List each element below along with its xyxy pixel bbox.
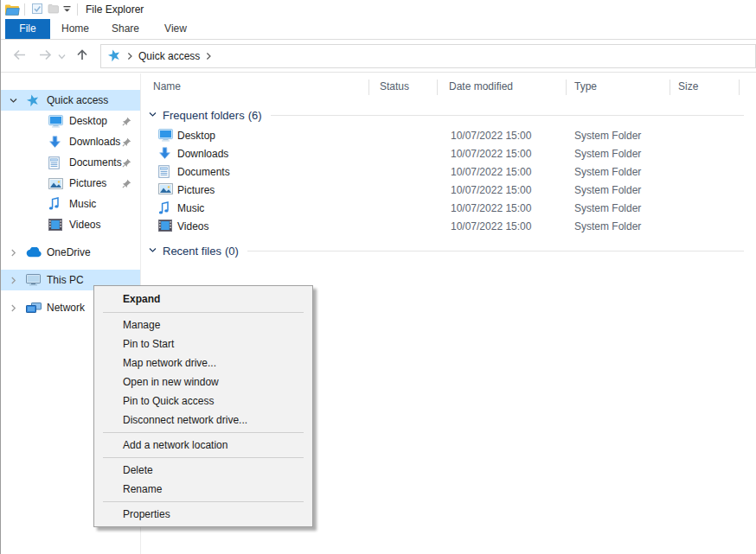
group-label: Recent files bbox=[163, 245, 221, 258]
file-row-downloads[interactable]: Downloads10/07/2022 15:00System Folder bbox=[141, 145, 756, 163]
sidebar-item-quick-access[interactable]: Quick access bbox=[1, 90, 140, 111]
sidebar-item-label: OneDrive bbox=[47, 246, 91, 258]
menu-item-disconnect-network-drive[interactable]: Disconnect network drive... bbox=[94, 411, 312, 430]
history-dropdown-icon bbox=[58, 50, 66, 62]
file-date-modified: 10/07/2022 15:00 bbox=[451, 220, 531, 232]
sidebar-item-label: Music bbox=[69, 198, 96, 210]
sidebar-item-downloads[interactable]: Downloads bbox=[1, 131, 140, 152]
tab-file[interactable]: File bbox=[5, 19, 50, 39]
file-type: System Folder bbox=[574, 202, 641, 214]
downloads-icon bbox=[158, 147, 171, 162]
file-rows: Desktop10/07/2022 15:00System FolderDown… bbox=[141, 127, 756, 236]
back-button[interactable] bbox=[11, 48, 27, 64]
new-folder-icon bbox=[48, 3, 59, 16]
properties-check-icon bbox=[31, 3, 43, 17]
recent-locations-button[interactable] bbox=[56, 50, 67, 62]
group-header-frequent-folders[interactable]: Frequent folders (6) bbox=[141, 107, 756, 123]
sidebar-item-documents[interactable]: Documents bbox=[1, 152, 140, 173]
menu-item-rename[interactable]: Rename bbox=[94, 480, 312, 499]
column-separator[interactable] bbox=[437, 80, 438, 95]
desktop-icon bbox=[48, 115, 65, 128]
context-menu: ExpandManagePin to StartMap network driv… bbox=[93, 285, 313, 527]
menu-item-pin-to-start[interactable]: Pin to Start bbox=[94, 334, 312, 353]
file-name: Pictures bbox=[177, 184, 215, 196]
column-header-type[interactable]: Type bbox=[574, 80, 597, 92]
quick-access-star-icon bbox=[26, 93, 42, 107]
menu-separator bbox=[103, 312, 304, 313]
forward-button[interactable] bbox=[37, 48, 53, 64]
up-button[interactable] bbox=[74, 48, 90, 64]
column-separator[interactable] bbox=[566, 80, 567, 95]
file-type: System Folder bbox=[574, 220, 641, 232]
navigation-bar: Quick access bbox=[1, 41, 756, 73]
videos-icon bbox=[48, 219, 65, 231]
menu-item-expand[interactable]: Expand bbox=[94, 289, 312, 309]
sidebar-item-label: Documents bbox=[69, 156, 122, 169]
breadcrumb-chevron-icon[interactable] bbox=[205, 52, 212, 60]
sidebar-item-pictures[interactable]: Pictures bbox=[1, 173, 140, 194]
file-row-desktop[interactable]: Desktop10/07/2022 15:00System Folder bbox=[141, 127, 756, 145]
breadcrumb-quick-access[interactable]: Quick access bbox=[138, 50, 200, 62]
sidebar-item-onedrive[interactable]: OneDrive bbox=[1, 242, 140, 263]
column-header-size[interactable]: Size bbox=[678, 80, 698, 92]
column-header-date-modified[interactable]: Date modified bbox=[449, 80, 513, 92]
pin-icon bbox=[122, 137, 131, 147]
tab-share[interactable]: Share bbox=[100, 19, 151, 39]
file-row-videos[interactable]: Videos10/07/2022 15:00System Folder bbox=[141, 218, 756, 236]
sidebar-item-label: Desktop bbox=[69, 115, 107, 127]
sidebar-item-label: Pictures bbox=[69, 177, 106, 189]
file-row-documents[interactable]: Documents10/07/2022 15:00System Folder bbox=[141, 163, 756, 181]
column-separator[interactable] bbox=[739, 80, 740, 95]
group-rule bbox=[271, 115, 744, 116]
menu-item-add-a-network-location[interactable]: Add a network location bbox=[94, 436, 312, 455]
breadcrumb-chevron-icon[interactable] bbox=[126, 52, 133, 60]
pictures-icon bbox=[158, 183, 173, 197]
this-pc-icon bbox=[26, 274, 42, 286]
group-header-recent-files[interactable]: Recent files (0) bbox=[141, 243, 756, 258]
column-header-name[interactable]: Name bbox=[153, 80, 181, 92]
group-rule bbox=[247, 251, 744, 252]
tab-home[interactable]: Home bbox=[50, 19, 100, 39]
properties-button[interactable] bbox=[29, 2, 45, 17]
new-folder-button[interactable] bbox=[45, 2, 61, 17]
sidebar-item-label: Network bbox=[47, 302, 85, 314]
menu-item-map-network-drive[interactable]: Map network drive... bbox=[94, 353, 312, 373]
chevron-down-icon[interactable] bbox=[7, 96, 19, 105]
chevron-right-icon[interactable] bbox=[7, 248, 19, 258]
menu-separator bbox=[103, 432, 304, 433]
file-name: Desktop bbox=[177, 130, 215, 142]
sidebar-item-label: Downloads bbox=[69, 136, 120, 148]
ribbon-tab-bar: File Home Share View bbox=[1, 19, 756, 40]
file-row-pictures[interactable]: Pictures10/07/2022 15:00System Folder bbox=[141, 181, 756, 200]
menu-item-open-in-new-window[interactable]: Open in new window bbox=[94, 373, 312, 392]
documents-icon bbox=[48, 156, 65, 169]
file-row-music[interactable]: Music10/07/2022 15:00System Folder bbox=[141, 200, 756, 218]
file-name: Videos bbox=[177, 220, 208, 232]
file-explorer-window: File Explorer File Home Share View Quick… bbox=[0, 0, 756, 554]
downloads-icon bbox=[48, 136, 65, 149]
menu-item-manage[interactable]: Manage bbox=[94, 315, 312, 334]
column-separator[interactable] bbox=[670, 80, 670, 95]
tab-view[interactable]: View bbox=[151, 19, 201, 39]
forward-arrow-icon bbox=[38, 48, 53, 64]
pin-icon bbox=[122, 158, 131, 168]
documents-icon bbox=[158, 165, 170, 181]
file-date-modified: 10/07/2022 15:00 bbox=[451, 148, 531, 160]
pictures-icon bbox=[48, 178, 65, 189]
sidebar-item-label: Quick access bbox=[47, 94, 108, 106]
sidebar-item-desktop[interactable]: Desktop bbox=[1, 111, 140, 131]
customize-quick-access-toolbar-button[interactable] bbox=[61, 2, 73, 17]
column-separator[interactable] bbox=[368, 80, 369, 95]
menu-item-pin-to-quick-access[interactable]: Pin to Quick access bbox=[94, 392, 312, 411]
menu-item-delete[interactable]: Delete bbox=[94, 461, 312, 480]
address-bar[interactable]: Quick access bbox=[100, 44, 756, 68]
quick-access-star-icon bbox=[107, 48, 121, 65]
chevron-right-icon[interactable] bbox=[7, 303, 19, 313]
sidebar-item-label: This PC bbox=[47, 274, 84, 286]
column-header-status[interactable]: Status bbox=[380, 80, 409, 92]
title-bar: File Explorer bbox=[1, 0, 756, 19]
chevron-right-icon[interactable] bbox=[7, 276, 19, 285]
sidebar-item-music[interactable]: Music bbox=[1, 194, 140, 214]
sidebar-item-videos[interactable]: Videos bbox=[1, 214, 140, 235]
menu-item-properties[interactable]: Properties bbox=[94, 505, 312, 524]
